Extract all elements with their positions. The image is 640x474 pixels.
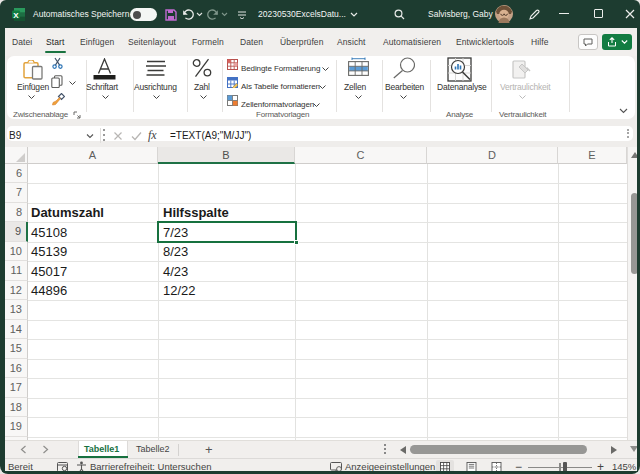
svg-text:X: X — [13, 11, 19, 20]
